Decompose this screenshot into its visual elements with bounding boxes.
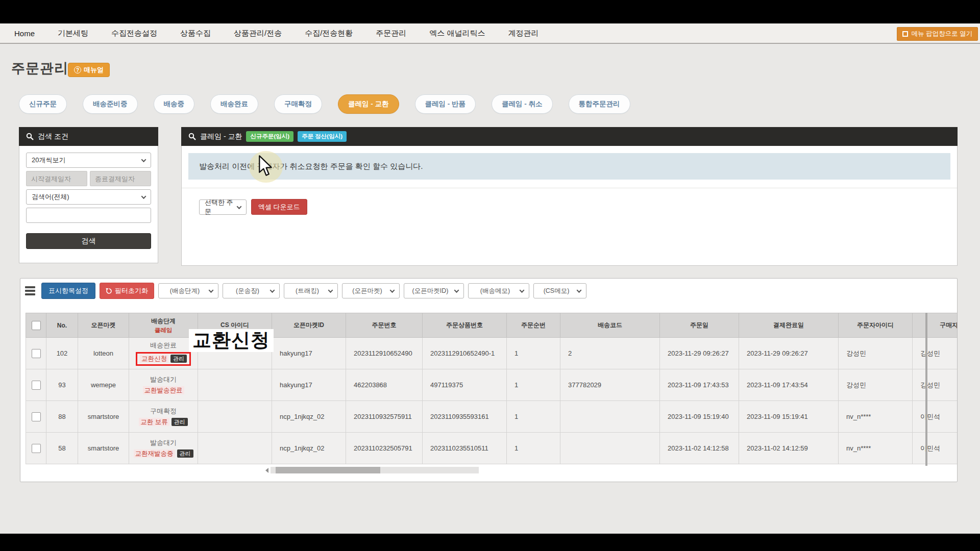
horizontal-scroll-thumb[interactable] xyxy=(276,467,380,473)
filter-cs-memo[interactable]: (CS메모) xyxy=(533,283,586,298)
tab-new-orders[interactable]: 신규주문 xyxy=(19,94,67,114)
row-checkbox[interactable] xyxy=(32,444,41,453)
tab-delivered[interactable]: 배송완료 xyxy=(210,94,258,114)
chevron-down-icon xyxy=(209,288,214,293)
filter-waybill[interactable]: (운송장) xyxy=(223,283,280,298)
cell-open-market-id: hakyung17 xyxy=(272,338,346,369)
col-open-market: 오픈마켓 xyxy=(78,313,129,338)
list-menu-icon[interactable] xyxy=(24,286,36,296)
tab-claim-exchange[interactable]: 클레임 - 교환 xyxy=(338,94,399,114)
nav-order-manage[interactable]: 주문관리 xyxy=(372,26,410,41)
nav-product-collect[interactable]: 상품수집 xyxy=(176,26,215,41)
filter-label: (트래킹) xyxy=(296,287,319,295)
filter-open-market[interactable]: (오픈마켓) xyxy=(342,283,400,298)
row-checkbox[interactable] xyxy=(32,349,41,358)
cell-cs-id xyxy=(198,401,272,433)
cell-order-item-no: 2023110235510511 xyxy=(423,433,507,464)
tab-preparing-shipment[interactable]: 배송준비중 xyxy=(83,94,138,114)
search-panel-header: 검색 조건 xyxy=(19,127,158,146)
manage-button[interactable]: 관리 xyxy=(170,355,187,363)
filter-label: (배송단계) xyxy=(170,287,200,295)
order-settlement-temp-badge[interactable]: 주문 정산(임시) xyxy=(298,131,347,142)
selected-order-value: 선택한 주문 xyxy=(205,198,234,216)
cell-open-market-id: ncp_1njkqz_02 xyxy=(272,401,346,433)
search-condition-panel: 검색 조건 20개씩보기 검색어(전체) 검색 xyxy=(19,127,158,263)
cell-shipping-stage: 발송대기 교환재발송중관리 xyxy=(129,433,198,464)
display-columns-button[interactable]: 표시항목설정 xyxy=(41,283,95,299)
end-payment-date-field[interactable] xyxy=(90,171,151,186)
selected-order-select[interactable]: 선택한 주문 xyxy=(199,199,247,215)
keyword-type-select[interactable]: 검색어(전체) xyxy=(26,189,151,205)
page-title: 주문관리 xyxy=(11,59,68,78)
popup-window-icon xyxy=(902,31,908,37)
cell-order-item-no: 497119375 xyxy=(423,369,507,401)
filter-reset-button[interactable]: 필터초기화 xyxy=(100,283,154,299)
cell-order-seq: 1 xyxy=(507,369,560,401)
filter-label: (운송장) xyxy=(236,287,259,295)
nav-product-manage[interactable]: 상품관리/전송 xyxy=(230,26,286,41)
order-table-wrapper: No. 오픈마켓 배송단계 클레임 CS 아이디 오픈마켓ID 주문번호 주문상… xyxy=(26,313,957,464)
scroll-left-arrow-icon[interactable] xyxy=(265,468,268,473)
manual-button-label: 매뉴얼 xyxy=(84,65,104,74)
menu-popup-button[interactable]: 메뉴 팝업창으로 열기 xyxy=(897,27,978,41)
filter-reset-label: 필터초기화 xyxy=(115,286,148,295)
cell-ship-code xyxy=(560,433,660,464)
select-all-checkbox[interactable] xyxy=(32,321,41,330)
chevron-down-icon xyxy=(520,288,525,293)
table-row: 58 smartstore 발송대기 교환재발송중관리 ncp_1njkqz_0… xyxy=(26,433,958,464)
claim-panel-title: 클레임 - 교환 xyxy=(200,132,242,141)
manage-button[interactable]: 관리 xyxy=(172,418,188,426)
cell-order-date: 2023-11-02 14:12:58 xyxy=(660,433,739,464)
excel-download-button[interactable]: 엑셀 다운로드 xyxy=(251,199,307,215)
table-row: 102 lotteon 배송완료 교환신청관리 hakyung17 202311… xyxy=(26,338,958,369)
keyword-input[interactable] xyxy=(26,208,151,223)
chevron-down-icon xyxy=(328,288,333,293)
filter-shipping-memo[interactable]: (배송메모) xyxy=(468,283,529,298)
cell-order-seq: 1 xyxy=(507,338,560,369)
filter-shipping-stage[interactable]: (배송단계) xyxy=(158,283,218,298)
tab-purchase-confirmed[interactable]: 구매확정 xyxy=(274,94,322,114)
row-checkbox[interactable] xyxy=(32,381,41,390)
manage-button[interactable]: 관리 xyxy=(177,449,193,458)
col-open-market-id: 오픈마켓ID xyxy=(272,313,346,338)
exchange-request-annotation: 교환신청 xyxy=(189,329,274,352)
filter-open-market-id[interactable]: (오픈마켓ID) xyxy=(404,283,464,298)
stage-text: 발송대기 xyxy=(129,438,198,447)
select-all-cell xyxy=(26,313,46,338)
vertical-scrollbar[interactable] xyxy=(925,313,927,466)
tab-shipping[interactable]: 배송중 xyxy=(154,94,195,114)
col-order-item-no: 주문상품번호 xyxy=(423,313,507,338)
date-range-row xyxy=(26,171,151,186)
cell-no: 93 xyxy=(46,369,78,401)
nav-home[interactable]: Home xyxy=(10,26,39,41)
nav-collect-transfer-settings[interactable]: 수집전송설정 xyxy=(107,26,161,41)
horizontal-scrollbar xyxy=(265,467,479,473)
cell-open-market-id: hakyung17 xyxy=(272,369,346,401)
cell-pay-date: 2023-11-02 14:12:59 xyxy=(739,433,839,464)
col-orderer-id: 주문자아이디 xyxy=(839,313,913,338)
row-checkbox[interactable] xyxy=(32,412,41,421)
cell-pay-date: 2023-11-29 09:26:27 xyxy=(739,338,839,369)
tab-claim-return[interactable]: 클레임 - 반품 xyxy=(415,94,476,114)
horizontal-scroll-track[interactable] xyxy=(271,467,479,473)
search-button[interactable]: 검색 xyxy=(26,233,151,249)
cell-open-market: smartstore xyxy=(78,401,129,433)
manual-button[interactable]: 매뉴얼 xyxy=(68,63,110,77)
per-page-value: 20개씩보기 xyxy=(32,156,65,165)
per-page-select[interactable]: 20개씩보기 xyxy=(26,153,151,168)
nav-account-manage[interactable]: 계정관리 xyxy=(504,26,543,41)
filter-tracking[interactable]: (트래킹) xyxy=(284,283,338,298)
nav-x-analytics[interactable]: 엑스 애널리틱스 xyxy=(425,26,489,41)
nav-collect-status[interactable]: 수집/전송현황 xyxy=(301,26,357,41)
cell-pay-date: 2023-11-09 17:43:54 xyxy=(739,369,839,401)
new-order-temp-badge[interactable]: 신규주문(임시) xyxy=(246,131,293,142)
chevron-down-icon xyxy=(237,204,242,209)
col-shipping-stage-label: 배송단계 xyxy=(129,317,198,325)
start-payment-date-field[interactable] xyxy=(26,171,87,186)
tab-claim-cancel[interactable]: 클레임 - 취소 xyxy=(492,94,553,114)
tab-integrated-orders[interactable]: 통합주문관리 xyxy=(569,94,630,114)
nav-basic-settings[interactable]: 기본세팅 xyxy=(54,26,92,41)
cell-order-date: 2023-11-09 15:19:40 xyxy=(660,401,739,433)
order-grid-panel: 표시항목설정 필터초기화 (배송단계) (운송장) ( xyxy=(20,278,958,482)
cell-shipping-stage: 배송완료 교환신청관리 xyxy=(129,338,198,369)
